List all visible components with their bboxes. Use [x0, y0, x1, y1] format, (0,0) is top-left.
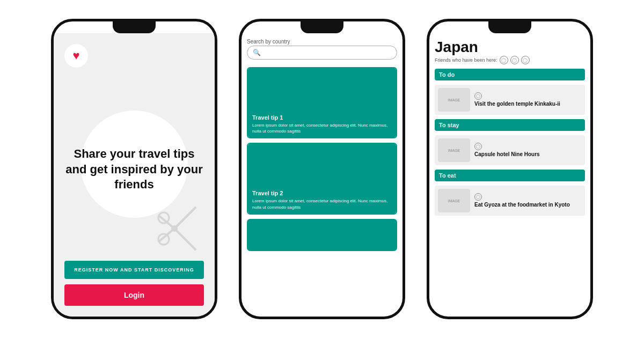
phone-notch-1: [113, 21, 156, 33]
toeat-user-icon: ◯: [474, 193, 570, 201]
tip-card-3-partial: [247, 219, 397, 251]
heart-icon: ♥: [72, 49, 79, 63]
todo-title: Visit the golden temple Kinkaku-ii: [474, 101, 560, 107]
login-button[interactable]: Login: [64, 284, 204, 306]
user-badge-todo: ◯: [474, 92, 482, 100]
section-toeat-header: To eat: [435, 170, 585, 181]
phone2-inner: Search by country 🔍 Travel tip 1 Lorem i…: [241, 33, 402, 317]
friend-icon-1: ◯: [500, 56, 508, 64]
scissors-icon: [148, 202, 201, 255]
tip1-title: Travel tip 1: [252, 114, 392, 121]
phone-notch-2: [301, 21, 343, 33]
search-box[interactable]: 🔍: [247, 46, 397, 60]
hero-area: Share your travel tips and get inspired …: [64, 78, 204, 261]
cta-buttons: REGISTER NOW AND START DISCOVERING Login: [64, 261, 204, 306]
tip2-image: [248, 144, 396, 187]
tip1-body: Lorem ipsum dolor sit amet, consectetur …: [252, 122, 392, 134]
user-badge-toeat: ◯: [474, 193, 482, 201]
friend-icon-2: ◯: [510, 56, 519, 64]
tostay-image: IMAGE: [438, 138, 470, 162]
tostay-user-icon: ◯: [474, 143, 540, 150]
tip-card-2[interactable]: Travel tip 2 Lorem ipsum dolor sit amet,…: [247, 143, 397, 214]
tip2-text-area: Travel tip 2 Lorem ipsum dolor sit amet,…: [248, 187, 396, 213]
section-todo-header: To do: [435, 69, 585, 80]
search-area: Search by country 🔍: [247, 39, 397, 63]
user-badge-tostay: ◯: [474, 143, 482, 150]
todo-item-row[interactable]: IMAGE ◯ Visit the golden temple Kinkaku-…: [435, 85, 585, 115]
tip2-title: Travel tip 2: [252, 190, 392, 196]
tip1-image: [248, 68, 396, 111]
phone-notch-3: [488, 21, 531, 33]
phone-1: ♥ Share your travel tips and get inspire…: [51, 19, 217, 319]
todo-info: ◯ Visit the golden temple Kinkaku-ii: [474, 92, 560, 107]
tostay-info: ◯ Capsule hotel Nine Hours: [474, 143, 540, 158]
logo-area: ♥: [64, 44, 204, 68]
phone3-inner: Japan Friends who have been here: ◯ ◯ ◯ …: [429, 33, 590, 317]
tostay-title: Capsule hotel Nine Hours: [474, 151, 540, 158]
phone2-content: Search by country 🔍 Travel tip 1 Lorem i…: [241, 33, 402, 317]
toeat-item-row[interactable]: IMAGE ◯ Eat Gyoza at the foodmarket in K…: [435, 186, 585, 216]
tip1-text-area: Travel tip 1 Lorem ipsum dolor sit amet,…: [248, 111, 396, 137]
phone1-background: ♥ Share your travel tips and get inspire…: [54, 33, 215, 317]
friends-row: Friends who have been here: ◯ ◯ ◯: [435, 56, 585, 64]
friends-label: Friends who have been here:: [435, 57, 497, 63]
phone-3: Japan Friends who have been here: ◯ ◯ ◯ …: [427, 19, 593, 319]
country-title: Japan: [435, 40, 585, 55]
tostay-item-row[interactable]: IMAGE ◯ Capsule hotel Nine Hours: [435, 135, 585, 165]
phone1-content: ♥ Share your travel tips and get inspire…: [54, 33, 215, 317]
tip-card-1[interactable]: Travel tip 1 Lorem ipsum dolor sit amet,…: [247, 67, 397, 138]
app-logo: ♥: [64, 44, 88, 68]
search-icon: 🔍: [253, 49, 261, 56]
section-tostay-header: To stay: [435, 119, 585, 131]
toeat-info: ◯ Eat Gyoza at the foodmarket in Kyoto: [474, 193, 570, 208]
search-label: Search by country: [247, 39, 397, 45]
tip2-body: Lorem ipsum dolor sit amet, consectetur …: [252, 198, 392, 210]
phone3-content: Japan Friends who have been here: ◯ ◯ ◯ …: [429, 33, 590, 317]
toeat-image: IMAGE: [438, 189, 470, 212]
friend-icon-3: ◯: [521, 56, 530, 64]
toeat-title: Eat Gyoza at the foodmarket in Kyoto: [474, 202, 570, 208]
todo-user-icon: ◯: [474, 92, 560, 100]
svg-line-1: [174, 229, 196, 250]
svg-line-0: [174, 207, 196, 229]
phone-2: Search by country 🔍 Travel tip 1 Lorem i…: [239, 19, 405, 319]
country-header: Japan Friends who have been here: ◯ ◯ ◯: [435, 40, 585, 64]
register-button[interactable]: REGISTER NOW AND START DISCOVERING: [64, 261, 204, 279]
hero-tagline: Share your travel tips and get inspired …: [64, 146, 204, 193]
todo-image: IMAGE: [438, 88, 470, 112]
